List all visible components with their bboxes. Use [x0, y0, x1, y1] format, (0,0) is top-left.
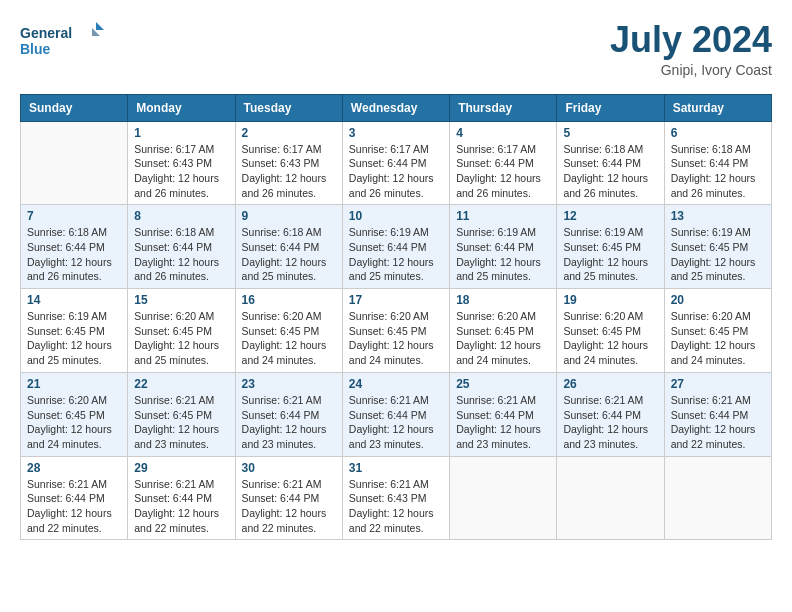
day-info: Sunrise: 6:17 AMSunset: 6:44 PMDaylight:…: [349, 142, 443, 201]
calendar-day-cell: 21Sunrise: 6:20 AMSunset: 6:45 PMDayligh…: [21, 372, 128, 456]
calendar-week-row: 14Sunrise: 6:19 AMSunset: 6:45 PMDayligh…: [21, 289, 772, 373]
day-info: Sunrise: 6:19 AMSunset: 6:45 PMDaylight:…: [563, 225, 657, 284]
calendar-day-cell: 8Sunrise: 6:18 AMSunset: 6:44 PMDaylight…: [128, 205, 235, 289]
day-info: Sunrise: 6:18 AMSunset: 6:44 PMDaylight:…: [671, 142, 765, 201]
day-number: 13: [671, 209, 765, 223]
day-info: Sunrise: 6:17 AMSunset: 6:43 PMDaylight:…: [242, 142, 336, 201]
calendar-day-cell: 2Sunrise: 6:17 AMSunset: 6:43 PMDaylight…: [235, 121, 342, 205]
day-number: 14: [27, 293, 121, 307]
day-number: 28: [27, 461, 121, 475]
calendar-day-cell: 23Sunrise: 6:21 AMSunset: 6:44 PMDayligh…: [235, 372, 342, 456]
day-number: 6: [671, 126, 765, 140]
day-info: Sunrise: 6:18 AMSunset: 6:44 PMDaylight:…: [27, 225, 121, 284]
day-number: 20: [671, 293, 765, 307]
day-info: Sunrise: 6:21 AMSunset: 6:44 PMDaylight:…: [242, 477, 336, 536]
title-block: July 2024 Gnipi, Ivory Coast: [610, 20, 772, 78]
svg-marker-3: [96, 22, 104, 30]
calendar-day-cell: 20Sunrise: 6:20 AMSunset: 6:45 PMDayligh…: [664, 289, 771, 373]
page-header: General Blue July 2024 Gnipi, Ivory Coas…: [20, 20, 772, 78]
calendar-day-cell: 10Sunrise: 6:19 AMSunset: 6:44 PMDayligh…: [342, 205, 449, 289]
day-info: Sunrise: 6:21 AMSunset: 6:44 PMDaylight:…: [456, 393, 550, 452]
day-info: Sunrise: 6:21 AMSunset: 6:44 PMDaylight:…: [349, 393, 443, 452]
day-info: Sunrise: 6:21 AMSunset: 6:44 PMDaylight:…: [563, 393, 657, 452]
day-number: 23: [242, 377, 336, 391]
calendar-day-cell: 27Sunrise: 6:21 AMSunset: 6:44 PMDayligh…: [664, 372, 771, 456]
day-info: Sunrise: 6:21 AMSunset: 6:44 PMDaylight:…: [134, 477, 228, 536]
calendar-day-cell: 25Sunrise: 6:21 AMSunset: 6:44 PMDayligh…: [450, 372, 557, 456]
day-number: 26: [563, 377, 657, 391]
day-info: Sunrise: 6:20 AMSunset: 6:45 PMDaylight:…: [349, 309, 443, 368]
calendar-day-cell: 7Sunrise: 6:18 AMSunset: 6:44 PMDaylight…: [21, 205, 128, 289]
day-number: 16: [242, 293, 336, 307]
calendar-day-cell: 18Sunrise: 6:20 AMSunset: 6:45 PMDayligh…: [450, 289, 557, 373]
day-info: Sunrise: 6:20 AMSunset: 6:45 PMDaylight:…: [134, 309, 228, 368]
calendar-day-cell: 5Sunrise: 6:18 AMSunset: 6:44 PMDaylight…: [557, 121, 664, 205]
logo-svg: General Blue: [20, 20, 110, 65]
day-info: Sunrise: 6:18 AMSunset: 6:44 PMDaylight:…: [242, 225, 336, 284]
day-number: 7: [27, 209, 121, 223]
day-number: 22: [134, 377, 228, 391]
calendar-week-row: 7Sunrise: 6:18 AMSunset: 6:44 PMDaylight…: [21, 205, 772, 289]
day-info: Sunrise: 6:19 AMSunset: 6:45 PMDaylight:…: [671, 225, 765, 284]
calendar-day-cell: [664, 456, 771, 540]
calendar-day-cell: 11Sunrise: 6:19 AMSunset: 6:44 PMDayligh…: [450, 205, 557, 289]
calendar-header-row: SundayMondayTuesdayWednesdayThursdayFrid…: [21, 94, 772, 121]
day-number: 3: [349, 126, 443, 140]
day-number: 24: [349, 377, 443, 391]
calendar-day-cell: 9Sunrise: 6:18 AMSunset: 6:44 PMDaylight…: [235, 205, 342, 289]
location-subtitle: Gnipi, Ivory Coast: [610, 62, 772, 78]
day-info: Sunrise: 6:21 AMSunset: 6:43 PMDaylight:…: [349, 477, 443, 536]
day-number: 8: [134, 209, 228, 223]
calendar-day-cell: [21, 121, 128, 205]
day-info: Sunrise: 6:19 AMSunset: 6:44 PMDaylight:…: [456, 225, 550, 284]
day-number: 1: [134, 126, 228, 140]
day-info: Sunrise: 6:21 AMSunset: 6:44 PMDaylight:…: [242, 393, 336, 452]
day-number: 25: [456, 377, 550, 391]
calendar-day-cell: 30Sunrise: 6:21 AMSunset: 6:44 PMDayligh…: [235, 456, 342, 540]
day-info: Sunrise: 6:20 AMSunset: 6:45 PMDaylight:…: [563, 309, 657, 368]
day-number: 19: [563, 293, 657, 307]
weekday-header-tuesday: Tuesday: [235, 94, 342, 121]
day-info: Sunrise: 6:17 AMSunset: 6:44 PMDaylight:…: [456, 142, 550, 201]
calendar-day-cell: 1Sunrise: 6:17 AMSunset: 6:43 PMDaylight…: [128, 121, 235, 205]
calendar-day-cell: [557, 456, 664, 540]
day-info: Sunrise: 6:21 AMSunset: 6:44 PMDaylight:…: [671, 393, 765, 452]
calendar-week-row: 28Sunrise: 6:21 AMSunset: 6:44 PMDayligh…: [21, 456, 772, 540]
calendar-day-cell: 28Sunrise: 6:21 AMSunset: 6:44 PMDayligh…: [21, 456, 128, 540]
day-number: 12: [563, 209, 657, 223]
calendar-day-cell: 16Sunrise: 6:20 AMSunset: 6:45 PMDayligh…: [235, 289, 342, 373]
calendar-day-cell: 31Sunrise: 6:21 AMSunset: 6:43 PMDayligh…: [342, 456, 449, 540]
day-info: Sunrise: 6:21 AMSunset: 6:45 PMDaylight:…: [134, 393, 228, 452]
day-number: 18: [456, 293, 550, 307]
day-number: 21: [27, 377, 121, 391]
calendar-week-row: 1Sunrise: 6:17 AMSunset: 6:43 PMDaylight…: [21, 121, 772, 205]
weekday-header-thursday: Thursday: [450, 94, 557, 121]
day-info: Sunrise: 6:20 AMSunset: 6:45 PMDaylight:…: [671, 309, 765, 368]
calendar-day-cell: 12Sunrise: 6:19 AMSunset: 6:45 PMDayligh…: [557, 205, 664, 289]
calendar-day-cell: 22Sunrise: 6:21 AMSunset: 6:45 PMDayligh…: [128, 372, 235, 456]
day-number: 9: [242, 209, 336, 223]
calendar-day-cell: 4Sunrise: 6:17 AMSunset: 6:44 PMDaylight…: [450, 121, 557, 205]
day-number: 17: [349, 293, 443, 307]
calendar-day-cell: 24Sunrise: 6:21 AMSunset: 6:44 PMDayligh…: [342, 372, 449, 456]
calendar-day-cell: 3Sunrise: 6:17 AMSunset: 6:44 PMDaylight…: [342, 121, 449, 205]
day-info: Sunrise: 6:18 AMSunset: 6:44 PMDaylight:…: [134, 225, 228, 284]
day-number: 2: [242, 126, 336, 140]
day-number: 31: [349, 461, 443, 475]
day-number: 27: [671, 377, 765, 391]
calendar-day-cell: 14Sunrise: 6:19 AMSunset: 6:45 PMDayligh…: [21, 289, 128, 373]
day-info: Sunrise: 6:17 AMSunset: 6:43 PMDaylight:…: [134, 142, 228, 201]
day-number: 5: [563, 126, 657, 140]
day-number: 10: [349, 209, 443, 223]
calendar-day-cell: [450, 456, 557, 540]
weekday-header-sunday: Sunday: [21, 94, 128, 121]
calendar-day-cell: 13Sunrise: 6:19 AMSunset: 6:45 PMDayligh…: [664, 205, 771, 289]
day-number: 29: [134, 461, 228, 475]
weekday-header-wednesday: Wednesday: [342, 94, 449, 121]
day-info: Sunrise: 6:18 AMSunset: 6:44 PMDaylight:…: [563, 142, 657, 201]
day-info: Sunrise: 6:20 AMSunset: 6:45 PMDaylight:…: [242, 309, 336, 368]
calendar-day-cell: 15Sunrise: 6:20 AMSunset: 6:45 PMDayligh…: [128, 289, 235, 373]
calendar-day-cell: 19Sunrise: 6:20 AMSunset: 6:45 PMDayligh…: [557, 289, 664, 373]
weekday-header-friday: Friday: [557, 94, 664, 121]
day-number: 11: [456, 209, 550, 223]
